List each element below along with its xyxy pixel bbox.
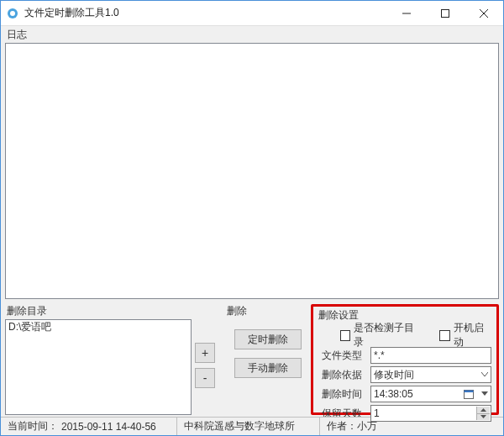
window-controls bbox=[387, 1, 503, 26]
titlebar: 文件定时删除工具1.0 bbox=[1, 1, 503, 26]
log-panel: 日志 bbox=[5, 26, 499, 299]
minimize-button[interactable] bbox=[387, 1, 426, 26]
client-area: 日志 删除目录 D:\爱语吧 + - bbox=[1, 26, 503, 417]
settings-checkbox-row: 是否检测子目录 开机启动 bbox=[318, 326, 491, 344]
status-time-label: 当前时间： bbox=[8, 419, 58, 433]
delete-directory-panel: 删除目录 D:\爱语吧 bbox=[5, 304, 192, 415]
app-icon bbox=[6, 7, 19, 20]
checkbox-icon bbox=[340, 330, 350, 341]
svg-rect-7 bbox=[465, 391, 474, 393]
spin-up-button[interactable] bbox=[476, 407, 490, 414]
delete-actions-label: 删除 bbox=[227, 304, 311, 318]
log-textarea[interactable] bbox=[5, 43, 499, 299]
status-time-value: 2015-09-11 14-40-56 bbox=[61, 421, 156, 433]
time-row: 删除时间 14:38:05 bbox=[318, 386, 491, 402]
status-organization: 中科院遥感与数字地球所 bbox=[177, 418, 320, 435]
delete-time-picker[interactable]: 14:38:05 bbox=[370, 386, 491, 402]
plus-icon: + bbox=[202, 346, 208, 360]
author-label: 作者： bbox=[327, 419, 357, 433]
app-window: 文件定时删除工具1.0 日志 删除目录 D:\爱语吧 bbox=[0, 0, 504, 436]
list-item[interactable]: D:\爱语吧 bbox=[8, 321, 188, 334]
svg-rect-3 bbox=[442, 9, 449, 17]
checkbox-icon bbox=[439, 330, 449, 341]
timed-delete-button[interactable]: 定时删除 bbox=[234, 329, 302, 349]
basis-label: 删除依据 bbox=[322, 368, 370, 382]
calendar-icon bbox=[464, 389, 474, 399]
directory-listbox[interactable]: D:\爱语吧 bbox=[5, 319, 192, 415]
window-title: 文件定时删除工具1.0 bbox=[24, 6, 387, 20]
status-current-time: 当前时间： 2015-09-11 14-40-56 bbox=[1, 418, 177, 435]
filetype-input[interactable]: *.* bbox=[370, 347, 491, 364]
controls-row: 删除目录 D:\爱语吧 + - 删除 定时删除 bbox=[5, 304, 499, 415]
minus-icon: - bbox=[203, 371, 207, 385]
filetype-row: 文件类型 *.* bbox=[318, 347, 491, 364]
close-button[interactable] bbox=[465, 1, 503, 26]
remove-directory-button[interactable]: - bbox=[195, 368, 215, 388]
log-label: 日志 bbox=[7, 28, 499, 42]
checkbox-label: 开机启动 bbox=[454, 321, 491, 349]
delete-settings-panel: 删除设置 是否检测子目录 开机启动 文件类型 *.* bbox=[311, 304, 499, 415]
delete-directory-label: 删除目录 bbox=[7, 304, 192, 318]
filetype-label: 文件类型 bbox=[322, 349, 370, 363]
keepdays-spinner[interactable]: 1 bbox=[370, 405, 491, 422]
basis-combobox[interactable]: 修改时间 bbox=[370, 366, 491, 383]
chevron-down-icon bbox=[481, 391, 488, 397]
delete-actions-panel: 删除 定时删除 手动删除 bbox=[225, 304, 311, 415]
maximize-button[interactable] bbox=[426, 1, 465, 26]
svg-point-1 bbox=[10, 11, 15, 16]
spin-down-button[interactable] bbox=[476, 414, 490, 421]
spinner-buttons bbox=[476, 407, 490, 420]
chevron-down-icon bbox=[481, 372, 488, 377]
check-autostart[interactable]: 开机启动 bbox=[439, 321, 491, 349]
add-remove-panel: + - bbox=[195, 316, 220, 415]
time-label: 删除时间 bbox=[322, 387, 370, 402]
add-directory-button[interactable]: + bbox=[195, 343, 215, 363]
basis-row: 删除依据 修改时间 bbox=[318, 366, 491, 383]
check-subdirectory[interactable]: 是否检测子目录 bbox=[340, 321, 421, 349]
checkbox-label: 是否检测子目录 bbox=[354, 321, 421, 349]
manual-delete-button[interactable]: 手动删除 bbox=[234, 358, 302, 378]
